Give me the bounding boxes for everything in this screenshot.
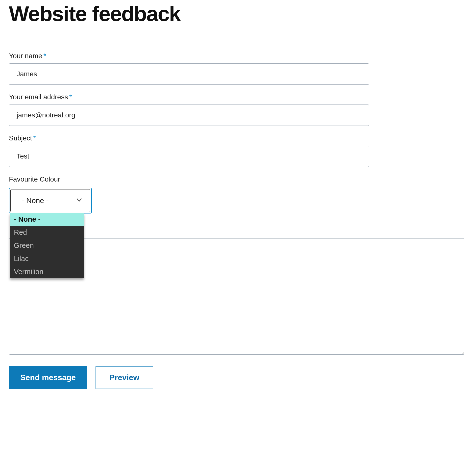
colour-field-group: Favourite Colour - None - - None - Red G… — [9, 175, 461, 213]
email-field-group: Your email address* — [9, 93, 461, 126]
colour-option-vermilion[interactable]: Vermilion — [10, 265, 84, 278]
colour-option-none[interactable]: - None - — [10, 213, 84, 226]
feedback-form: Your name* Your email address* Subject* … — [9, 52, 461, 389]
subject-input[interactable] — [9, 146, 369, 167]
send-message-button[interactable]: Send message — [9, 366, 87, 389]
colour-select-button[interactable]: - None - — [10, 189, 90, 212]
required-asterisk: * — [43, 52, 46, 60]
colour-label: Favourite Colour — [9, 175, 461, 183]
colour-select-value: - None - — [22, 196, 49, 205]
subject-label-text: Subject — [9, 134, 32, 142]
required-asterisk: * — [33, 134, 36, 142]
form-actions: Send message Preview — [9, 366, 461, 389]
colour-option-lilac[interactable]: Lilac — [10, 252, 84, 265]
colour-select-focus-ring: - None - — [9, 188, 92, 213]
page-title: Website feedback — [9, 2, 461, 25]
email-label: Your email address* — [9, 93, 461, 101]
name-label: Your name* — [9, 52, 461, 60]
name-label-text: Your name — [9, 52, 42, 60]
name-input[interactable] — [9, 63, 369, 85]
colour-label-text: Favourite Colour — [9, 175, 60, 183]
name-field-group: Your name* — [9, 52, 461, 85]
subject-label: Subject* — [9, 134, 461, 142]
colour-dropdown: - None - Red Green Lilac Vermilion — [10, 213, 84, 278]
preview-button[interactable]: Preview — [96, 366, 153, 389]
subject-field-group: Subject* — [9, 134, 461, 167]
feedback-page: Website feedback Your name* Your email a… — [0, 0, 470, 399]
email-label-text: Your email address — [9, 93, 68, 101]
required-asterisk: * — [69, 93, 72, 101]
chevron-down-icon — [75, 196, 83, 206]
colour-option-green[interactable]: Green — [10, 239, 84, 252]
colour-select[interactable]: - None - - None - Red Green Lilac Vermil… — [9, 188, 92, 213]
email-input[interactable] — [9, 105, 369, 126]
colour-option-red[interactable]: Red — [10, 226, 84, 239]
